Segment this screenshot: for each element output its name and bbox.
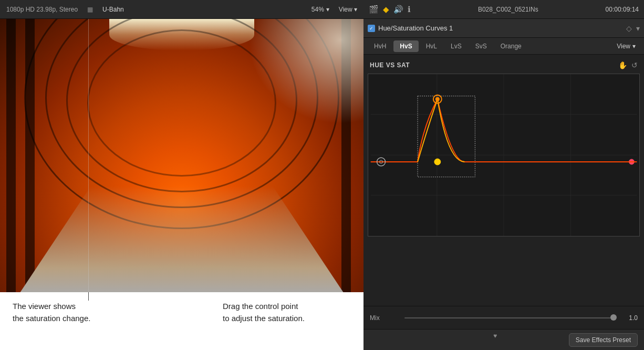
curve-title-icons: ✋ ↺	[618, 61, 638, 69]
right-topbar: 🎬 ◆ 🔊 ℹ B028_C002_0521INs 00:00:09:14	[363, 0, 644, 19]
mix-row: Mix ♥ 1.0	[363, 306, 644, 329]
save-effects-preset-button[interactable]: Save Effects Preset	[569, 333, 638, 347]
viewer-topbar: 1080p HD 23.98p, Stereo ▦ U-Bahn 54% ▾ V…	[0, 0, 363, 19]
caption-right-text: Drag the control pointto adjust the satu…	[223, 302, 305, 323]
curve-graph[interactable]	[368, 74, 640, 236]
effect-name: Hue/Saturation Curves 1	[378, 24, 623, 32]
curve-title: HUE vs SAT	[370, 61, 410, 69]
caption-area: The viewer showsthe saturation change. D…	[0, 292, 363, 350]
mix-slider[interactable]	[404, 317, 614, 318]
effect-icons: ◇ ▾	[626, 24, 640, 33]
tab-lvs[interactable]: LvS	[444, 40, 468, 52]
effect-chevron-icon[interactable]: ▾	[636, 24, 640, 33]
mix-slider-icon: ♥	[493, 332, 497, 339]
view-chevron-icon: ▾	[354, 6, 357, 13]
tab-hvl[interactable]: HvL	[420, 40, 443, 52]
caption-right: Drag the control pointto adjust the satu…	[181, 301, 351, 324]
tab-orange[interactable]: Orange	[494, 40, 528, 52]
view-tab-button[interactable]: View ▾	[612, 40, 640, 52]
mix-label: Mix	[370, 314, 396, 322]
right-panel: 🎬 ◆ 🔊 ℹ B028_C002_0521INs 00:00:09:14 ✓ …	[363, 0, 644, 350]
view-tab-chevron-icon: ▾	[632, 43, 636, 50]
film-icon[interactable]: 🎬	[369, 5, 379, 14]
color-icon[interactable]: ◆	[383, 5, 389, 14]
video-background	[0, 19, 363, 323]
svg-point-8	[434, 159, 441, 165]
caption-left-text: The viewer showsthe saturation change.	[13, 302, 90, 323]
clip-film-icon: ▦	[87, 6, 93, 13]
save-preset-row: Save Effects Preset	[363, 329, 644, 350]
curve-area: HUE vs SAT ✋ ↺	[363, 55, 644, 306]
resolution-label: 1080p HD 23.98p, Stereo	[6, 6, 78, 13]
tab-hvh[interactable]: HvH	[368, 40, 392, 52]
vert-bar-2	[6, 19, 16, 323]
zoom-chevron-icon: ▾	[326, 6, 329, 13]
caption-left: The viewer showsthe saturation change.	[13, 301, 181, 324]
info-icon[interactable]: ℹ	[408, 5, 411, 14]
tab-svs[interactable]: SvS	[469, 40, 493, 52]
clip-name-label: U-Bahn	[102, 6, 124, 13]
reset-curve-icon[interactable]: ↺	[631, 61, 638, 69]
zoom-control[interactable]: 54% ▾	[311, 6, 329, 13]
caption-arrow-left	[88, 292, 89, 301]
curve-title-row: HUE vs SAT ✋ ↺	[368, 59, 640, 74]
video-area	[0, 19, 363, 323]
mix-slider-handle[interactable]	[610, 314, 617, 321]
timecode-right: 00:00:09:14	[606, 6, 639, 13]
audio-icon[interactable]: 🔊	[393, 5, 403, 14]
svg-point-11	[435, 97, 440, 101]
curve-svg	[368, 74, 639, 236]
view-button[interactable]: View ▾	[339, 6, 357, 13]
eyedropper-icon[interactable]: ✋	[618, 61, 627, 69]
clip-info: B028_C002_0521INs	[416, 6, 600, 13]
zoom-value: 54%	[311, 6, 324, 13]
diamond-icon[interactable]: ◇	[626, 24, 632, 33]
right-topbar-icons: 🎬 ◆ 🔊 ℹ	[369, 5, 411, 14]
curve-tabs: HvH HvS HvL LvS SvS Orange View ▾	[363, 38, 644, 55]
tab-hvs[interactable]: HvS	[393, 40, 418, 52]
view-tab-label: View	[617, 43, 630, 50]
effect-dropdown-row: ✓ Hue/Saturation Curves 1 ◇ ▾	[363, 19, 644, 38]
view-label: View	[339, 6, 352, 13]
effect-checkbox[interactable]: ✓	[368, 25, 375, 32]
mix-value: 1.0	[622, 314, 638, 322]
